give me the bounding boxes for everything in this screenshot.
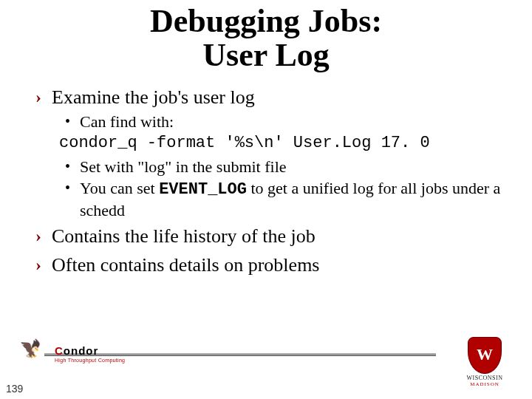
bullet-2: › Contains the life history of the job	[35, 225, 502, 249]
condor-rest: ondor	[64, 344, 99, 357]
title-line-1: Debugging Jobs:	[0, 4, 532, 38]
bullet-1-sub-1-text: Can find with:	[80, 112, 502, 132]
wisconsin-campus: MADISON	[458, 381, 511, 387]
condor-tagline: High Throughput Computing	[55, 358, 125, 363]
bullet-1-sub-1: • Can find with:	[65, 112, 502, 132]
text-fragment: Set with "	[80, 157, 144, 176]
code-block: condor_q -format '%s\n' User.Log 17. 0	[59, 133, 502, 154]
bullet-1-sub-3: • You can set EVENT_LOG to get a unified…	[65, 178, 502, 220]
bullet-1-sub-3-text: You can set EVENT_LOG to get a unified l…	[80, 178, 502, 220]
bullet-1: › Examine the job's user log	[35, 86, 502, 110]
wisconsin-name: WISCONSIN	[458, 375, 511, 381]
bullet-1-text: Examine the job's user log	[52, 86, 502, 110]
text-fragment: " in the submit file	[165, 157, 286, 176]
dot-icon: •	[65, 157, 80, 177]
wisconsin-logo: WISCONSIN MADISON	[458, 337, 511, 387]
chevron-right-icon: ›	[35, 253, 52, 278]
title-line-2: User Log	[0, 38, 532, 72]
slide: Debugging Jobs: User Log › Examine the j…	[0, 0, 532, 399]
log-keyword: log	[144, 157, 165, 176]
event-log-code: EVENT_LOG	[159, 180, 247, 199]
bullet-3-text: Often contains details on problems	[52, 253, 502, 278]
bullet-3: › Often contains details on problems	[35, 253, 502, 278]
condor-logo: 🦅 Condor High Throughput Computing	[30, 343, 133, 374]
bullet-1-sub-2-text: Set with "log" in the submit file	[80, 157, 502, 177]
content-area: › Examine the job's user log • Can find …	[0, 72, 532, 277]
condor-wordmark: Condor	[55, 344, 98, 357]
dot-icon: •	[65, 178, 80, 220]
dot-icon: •	[65, 112, 80, 132]
page-number: 139	[6, 383, 23, 395]
chevron-right-icon: ›	[35, 225, 52, 249]
chevron-right-icon: ›	[35, 86, 52, 110]
bullet-2-text: Contains the life history of the job	[52, 225, 502, 249]
bullet-1-sub-2: • Set with "log" in the submit file	[65, 157, 502, 177]
slide-title: Debugging Jobs: User Log	[0, 0, 532, 72]
text-fragment: You can set	[80, 179, 159, 197]
condor-bird-icon: 🦅	[19, 338, 41, 359]
wisconsin-crest-icon	[468, 337, 502, 374]
